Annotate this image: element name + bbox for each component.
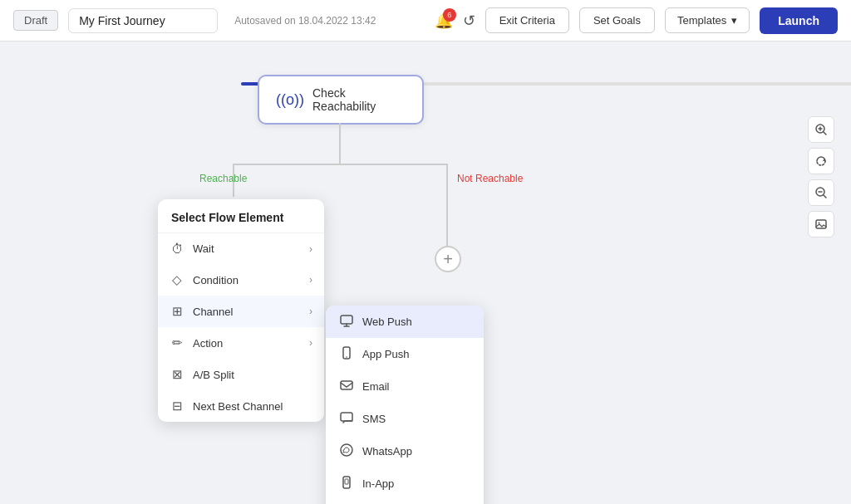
zoom-out-button[interactable] — [808, 179, 834, 206]
journey-name-input[interactable] — [68, 8, 218, 33]
chevron-down-icon: ▾ — [731, 14, 737, 27]
channel-arrow-icon: › — [309, 306, 312, 317]
check-reachability-node[interactable]: ((o)) Check Reachability — [258, 75, 424, 125]
email-label: Email — [362, 380, 390, 393]
in-app-label: In-App — [362, 477, 394, 490]
svg-rect-4 — [341, 413, 352, 421]
canvas: ((o)) Check Reachability Reachable Not R… — [0, 42, 851, 504]
sfp-item-action[interactable]: ✏ Action › — [158, 327, 324, 359]
zoom-in-button[interactable] — [808, 116, 834, 143]
svg-rect-7 — [345, 479, 348, 484]
sfp-item-next-best-channel[interactable]: ⊟ Next Best Channel — [158, 390, 324, 422]
svg-rect-14 — [816, 220, 826, 228]
autosaved-text: Autosaved on 18.04.2022 13:42 — [234, 15, 376, 27]
add-node-button-right[interactable]: + — [435, 246, 461, 272]
condition-icon: ◇ — [170, 272, 184, 287]
action-label: Action — [193, 337, 223, 350]
csm-item-web-push[interactable]: Web Push — [326, 306, 484, 338]
reachability-icon: ((o)) — [276, 91, 304, 109]
svg-rect-0 — [341, 316, 352, 324]
web-push-icon — [339, 314, 354, 330]
exit-criteria-button[interactable]: Exit Criteria — [485, 7, 569, 33]
reachable-label: Reachable — [199, 173, 247, 184]
svg-rect-3 — [341, 381, 352, 389]
image-button[interactable] — [808, 211, 834, 237]
csm-item-on-site[interactable]: On-Site — [326, 500, 484, 504]
refresh-button[interactable] — [808, 148, 834, 174]
channel-submenu: Web Push App Push Email SM — [326, 306, 484, 504]
set-goals-button[interactable]: Set Goals — [579, 7, 655, 33]
action-arrow-icon: › — [309, 337, 312, 349]
select-flow-panel-title: Select Flow Element — [158, 199, 324, 233]
action-icon: ✏ — [170, 335, 184, 350]
condition-arrow-icon: › — [309, 274, 312, 286]
sfp-item-channel[interactable]: ⊞ Channel › — [158, 296, 324, 327]
wait-icon: ⏱ — [170, 242, 184, 256]
svg-rect-6 — [343, 477, 350, 488]
svg-point-5 — [341, 444, 352, 456]
launch-button[interactable]: Launch — [760, 7, 838, 34]
draft-badge: Draft — [13, 10, 58, 31]
app-push-icon — [339, 346, 354, 362]
line-horizontal — [233, 164, 447, 165]
sfp-item-wait[interactable]: ⏱ Wait › — [158, 233, 324, 264]
csm-item-app-push[interactable]: App Push — [326, 338, 484, 370]
select-flow-panel: Select Flow Element ⏱ Wait › ◇ Condition… — [158, 199, 324, 422]
templates-button[interactable]: Templates ▾ — [665, 7, 750, 33]
email-icon — [339, 379, 354, 394]
node-label: Check Reachability — [312, 86, 406, 113]
sfp-item-ab-split[interactable]: ⊠ A/B Split — [158, 359, 324, 390]
zoom-controls — [808, 116, 834, 237]
sfp-item-condition[interactable]: ◇ Condition › — [158, 264, 324, 296]
header: Draft Autosaved on 18.04.2022 13:42 🔔 6 … — [0, 0, 851, 42]
channel-icon: ⊞ — [170, 304, 184, 319]
wait-label: Wait — [193, 242, 214, 255]
web-push-label: Web Push — [362, 316, 412, 328]
flow-area: ((o)) Check Reachability Reachable Not R… — [0, 42, 851, 504]
svg-point-15 — [819, 223, 820, 224]
next-best-channel-label: Next Best Channel — [193, 400, 283, 413]
ab-split-icon: ⊠ — [170, 367, 184, 382]
whatsapp-icon — [339, 443, 354, 459]
sms-icon — [339, 411, 354, 427]
templates-label: Templates — [677, 14, 726, 27]
whatsapp-label: WhatsApp — [362, 445, 412, 458]
not-reachable-label: Not Reachable — [457, 173, 523, 184]
history-button[interactable]: ↺ — [463, 12, 475, 30]
ab-split-label: A/B Split — [193, 369, 234, 381]
sms-label: SMS — [362, 413, 386, 425]
csm-item-in-app[interactable]: In-App — [326, 467, 484, 500]
condition-label: Condition — [193, 274, 239, 286]
notification-button[interactable]: 🔔 6 — [435, 12, 453, 30]
svg-point-2 — [346, 356, 347, 358]
in-app-icon — [339, 476, 354, 492]
app-push-label: App Push — [362, 348, 409, 360]
csm-item-sms[interactable]: SMS — [326, 403, 484, 435]
line-vertical-right — [446, 164, 448, 247]
wait-arrow-icon: › — [309, 243, 312, 255]
channel-label: Channel — [193, 306, 233, 318]
notification-count: 6 — [443, 8, 456, 22]
csm-item-whatsapp[interactable]: WhatsApp — [326, 435, 484, 467]
csm-item-email[interactable]: Email — [326, 370, 484, 403]
next-best-channel-icon: ⊟ — [170, 399, 184, 413]
line-vertical-top — [339, 123, 341, 164]
